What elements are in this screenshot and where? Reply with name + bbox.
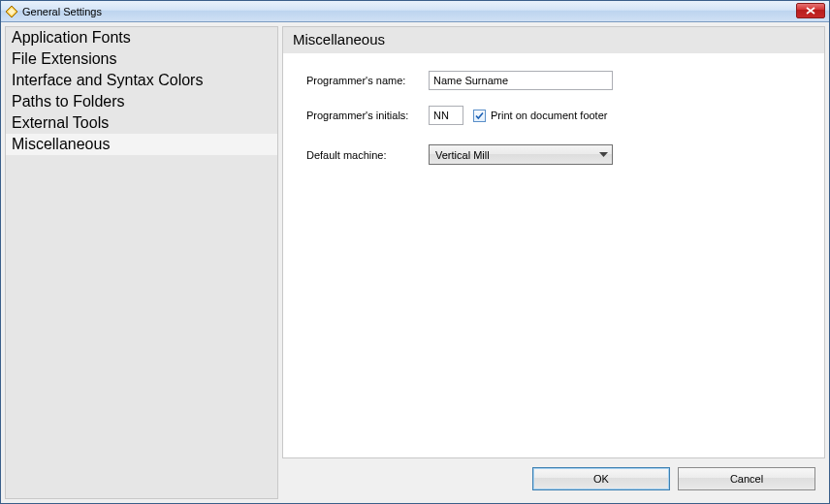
- sidebar-item-file-extensions[interactable]: File Extensions: [6, 48, 277, 70]
- sidebar-item-interface-colors[interactable]: Interface and Syntax Colors: [6, 70, 277, 91]
- panel-body: Programmer's name: Programmer's initials…: [283, 53, 824, 198]
- app-icon: [5, 5, 18, 18]
- titlebar: General Settings: [1, 1, 829, 22]
- label-print-footer: Print on document footer: [491, 110, 607, 121]
- select-default-machine-value: Vertical Mill: [435, 149, 490, 161]
- sidebar-item-miscellaneous[interactable]: Miscellaneous: [6, 134, 277, 155]
- label-programmer-initials: Programmer's initials:: [306, 110, 429, 121]
- ok-button[interactable]: OK: [532, 467, 670, 490]
- dialog-footer: OK Cancel: [282, 458, 825, 499]
- row-programmer-name: Programmer's name:: [306, 71, 801, 90]
- sidebar-item-application-fonts[interactable]: Application Fonts: [6, 27, 277, 48]
- row-programmer-initials: Programmer's initials: Print on document…: [306, 106, 801, 125]
- category-sidebar: Application Fonts File Extensions Interf…: [5, 26, 278, 499]
- main-area: Miscellaneous Programmer's name: Program…: [282, 26, 825, 499]
- select-default-machine[interactable]: Vertical Mill: [429, 144, 613, 165]
- input-programmer-initials[interactable]: [429, 106, 463, 125]
- panel-heading: Miscellaneous: [283, 27, 824, 53]
- input-programmer-name[interactable]: [429, 71, 613, 90]
- close-button[interactable]: [796, 3, 825, 18]
- settings-window: General Settings Application Fonts File …: [0, 0, 830, 504]
- row-default-machine: Default machine: Vertical Mill: [306, 144, 801, 165]
- window-title: General Settings: [22, 6, 102, 17]
- checkbox-print-footer[interactable]: [473, 110, 486, 122]
- cancel-button[interactable]: Cancel: [678, 467, 815, 490]
- sidebar-item-external-tools[interactable]: External Tools: [6, 112, 277, 134]
- dialog-body: Application Fonts File Extensions Interf…: [1, 22, 829, 503]
- chevron-down-icon: [599, 152, 608, 158]
- settings-panel: Miscellaneous Programmer's name: Program…: [282, 26, 825, 458]
- label-default-machine: Default machine:: [306, 149, 429, 161]
- label-programmer-name: Programmer's name:: [306, 75, 429, 86]
- sidebar-item-paths-to-folders[interactable]: Paths to Folders: [6, 91, 277, 112]
- checkbox-print-footer-wrap: Print on document footer: [473, 110, 607, 122]
